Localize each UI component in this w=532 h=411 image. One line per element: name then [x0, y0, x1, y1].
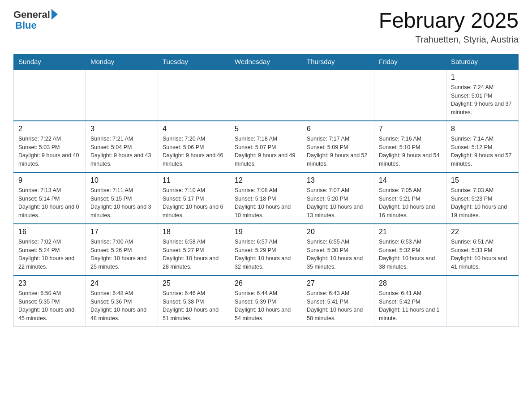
day-number: 1: [451, 73, 514, 81]
calendar-week-row: 1Sunrise: 7:24 AMSunset: 5:01 PMDaylight…: [14, 69, 519, 121]
weekday-header-monday: Monday: [86, 54, 158, 69]
weekday-header-saturday: Saturday: [446, 54, 519, 69]
day-info: Sunrise: 7:00 AMSunset: 5:26 PMDaylight:…: [90, 238, 153, 271]
day-number: 2: [18, 125, 81, 133]
day-number: 28: [379, 279, 442, 287]
calendar-cell: 27Sunrise: 6:43 AMSunset: 5:41 PMDayligh…: [302, 275, 374, 327]
calendar-cell: 25Sunrise: 6:46 AMSunset: 5:38 PMDayligh…: [158, 275, 230, 327]
calendar-cell: [446, 275, 519, 327]
calendar-cell: 1Sunrise: 7:24 AMSunset: 5:01 PMDaylight…: [446, 69, 519, 121]
calendar-week-row: 23Sunrise: 6:50 AMSunset: 5:35 PMDayligh…: [14, 275, 519, 327]
day-info: Sunrise: 7:03 AMSunset: 5:23 PMDaylight:…: [451, 186, 514, 220]
day-info: Sunrise: 7:16 AMSunset: 5:10 PMDaylight:…: [379, 135, 442, 168]
calendar-cell: [230, 69, 302, 121]
calendar-cell: 14Sunrise: 7:05 AMSunset: 5:21 PMDayligh…: [374, 172, 446, 224]
calendar-cell: 13Sunrise: 7:07 AMSunset: 5:20 PMDayligh…: [302, 172, 374, 224]
calendar-week-row: 9Sunrise: 7:13 AMSunset: 5:14 PMDaylight…: [14, 172, 519, 224]
calendar-cell: 28Sunrise: 6:41 AMSunset: 5:42 PMDayligh…: [374, 275, 446, 327]
calendar-cell: 2Sunrise: 7:22 AMSunset: 5:03 PMDaylight…: [14, 121, 86, 172]
day-info: Sunrise: 7:13 AMSunset: 5:14 PMDaylight:…: [18, 186, 81, 220]
day-info: Sunrise: 7:05 AMSunset: 5:21 PMDaylight:…: [379, 186, 442, 220]
day-info: Sunrise: 7:18 AMSunset: 5:07 PMDaylight:…: [235, 135, 297, 168]
calendar-cell: 4Sunrise: 7:20 AMSunset: 5:06 PMDaylight…: [158, 121, 230, 172]
day-info: Sunrise: 6:44 AMSunset: 5:39 PMDaylight:…: [235, 289, 297, 323]
calendar-cell: 5Sunrise: 7:18 AMSunset: 5:07 PMDaylight…: [230, 121, 302, 172]
calendar-table: SundayMondayTuesdayWednesdayThursdayFrid…: [13, 54, 519, 327]
logo: General Blue: [13, 9, 58, 31]
calendar-cell: 18Sunrise: 6:58 AMSunset: 5:27 PMDayligh…: [158, 224, 230, 275]
calendar-cell: 7Sunrise: 7:16 AMSunset: 5:10 PMDaylight…: [374, 121, 446, 172]
calendar-cell: 19Sunrise: 6:57 AMSunset: 5:29 PMDayligh…: [230, 224, 302, 275]
day-number: 8: [451, 125, 514, 133]
month-year-title: February 2025: [379, 9, 519, 33]
day-info: Sunrise: 7:08 AMSunset: 5:18 PMDaylight:…: [235, 186, 297, 220]
calendar-cell: 8Sunrise: 7:14 AMSunset: 5:12 PMDaylight…: [446, 121, 519, 172]
day-number: 18: [163, 228, 225, 236]
calendar-cell: 22Sunrise: 6:51 AMSunset: 5:33 PMDayligh…: [446, 224, 519, 275]
calendar-cell: 24Sunrise: 6:48 AMSunset: 5:36 PMDayligh…: [86, 275, 158, 327]
day-info: Sunrise: 7:21 AMSunset: 5:04 PMDaylight:…: [90, 135, 153, 168]
weekday-header-tuesday: Tuesday: [158, 54, 230, 69]
weekday-header-friday: Friday: [374, 54, 446, 69]
day-info: Sunrise: 6:48 AMSunset: 5:36 PMDaylight:…: [90, 289, 153, 323]
weekday-header-row: SundayMondayTuesdayWednesdayThursdayFrid…: [14, 54, 519, 69]
day-info: Sunrise: 7:22 AMSunset: 5:03 PMDaylight:…: [18, 135, 81, 168]
day-info: Sunrise: 6:41 AMSunset: 5:42 PMDaylight:…: [379, 289, 442, 323]
calendar-cell: 16Sunrise: 7:02 AMSunset: 5:24 PMDayligh…: [14, 224, 86, 275]
day-info: Sunrise: 7:20 AMSunset: 5:06 PMDaylight:…: [163, 135, 225, 168]
calendar-cell: 15Sunrise: 7:03 AMSunset: 5:23 PMDayligh…: [446, 172, 519, 224]
day-info: Sunrise: 7:10 AMSunset: 5:17 PMDaylight:…: [163, 186, 225, 220]
logo-arrow-icon: [51, 9, 58, 20]
day-number: 26: [235, 279, 297, 287]
day-info: Sunrise: 6:53 AMSunset: 5:32 PMDaylight:…: [379, 238, 442, 271]
day-number: 6: [307, 125, 369, 133]
calendar-cell: 3Sunrise: 7:21 AMSunset: 5:04 PMDaylight…: [86, 121, 158, 172]
day-info: Sunrise: 7:17 AMSunset: 5:09 PMDaylight:…: [307, 135, 369, 168]
calendar-cell: [374, 69, 446, 121]
day-info: Sunrise: 6:58 AMSunset: 5:27 PMDaylight:…: [163, 238, 225, 271]
title-section: February 2025 Trahuetten, Styria, Austri…: [379, 9, 519, 45]
day-info: Sunrise: 7:24 AMSunset: 5:01 PMDaylight:…: [451, 83, 514, 117]
day-number: 7: [379, 125, 442, 133]
logo-blue-text: Blue: [13, 20, 37, 31]
day-info: Sunrise: 6:51 AMSunset: 5:33 PMDaylight:…: [451, 238, 514, 271]
calendar-cell: [302, 69, 374, 121]
calendar-cell: 17Sunrise: 7:00 AMSunset: 5:26 PMDayligh…: [86, 224, 158, 275]
day-info: Sunrise: 7:11 AMSunset: 5:15 PMDaylight:…: [90, 186, 153, 220]
calendar-cell: 20Sunrise: 6:55 AMSunset: 5:30 PMDayligh…: [302, 224, 374, 275]
weekday-header-wednesday: Wednesday: [230, 54, 302, 69]
calendar-cell: [14, 69, 86, 121]
day-number: 15: [451, 176, 514, 184]
day-number: 12: [235, 176, 297, 184]
day-number: 27: [307, 279, 369, 287]
day-info: Sunrise: 7:14 AMSunset: 5:12 PMDaylight:…: [451, 135, 514, 168]
day-number: 24: [90, 279, 153, 287]
day-number: 11: [163, 176, 225, 184]
calendar-cell: 11Sunrise: 7:10 AMSunset: 5:17 PMDayligh…: [158, 172, 230, 224]
weekday-header-thursday: Thursday: [302, 54, 374, 69]
day-number: 23: [18, 279, 81, 287]
day-number: 3: [90, 125, 153, 133]
day-number: 5: [235, 125, 297, 133]
day-number: 4: [163, 125, 225, 133]
calendar-cell: [86, 69, 158, 121]
day-number: 20: [307, 228, 369, 236]
weekday-header-sunday: Sunday: [14, 54, 86, 69]
day-number: 13: [307, 176, 369, 184]
calendar-cell: 21Sunrise: 6:53 AMSunset: 5:32 PMDayligh…: [374, 224, 446, 275]
calendar-cell: [158, 69, 230, 121]
day-info: Sunrise: 6:55 AMSunset: 5:30 PMDaylight:…: [307, 238, 369, 271]
day-number: 17: [90, 228, 153, 236]
day-number: 22: [451, 228, 514, 236]
calendar-cell: 6Sunrise: 7:17 AMSunset: 5:09 PMDaylight…: [302, 121, 374, 172]
day-number: 25: [163, 279, 225, 287]
day-number: 10: [90, 176, 153, 184]
page-header: General Blue February 2025 Trahuetten, S…: [13, 9, 519, 45]
day-number: 19: [235, 228, 297, 236]
calendar-cell: 23Sunrise: 6:50 AMSunset: 5:35 PMDayligh…: [14, 275, 86, 327]
day-info: Sunrise: 6:50 AMSunset: 5:35 PMDaylight:…: [18, 289, 81, 323]
day-info: Sunrise: 6:43 AMSunset: 5:41 PMDaylight:…: [307, 289, 369, 323]
calendar-week-row: 2Sunrise: 7:22 AMSunset: 5:03 PMDaylight…: [14, 121, 519, 172]
calendar-cell: 26Sunrise: 6:44 AMSunset: 5:39 PMDayligh…: [230, 275, 302, 327]
calendar-cell: 9Sunrise: 7:13 AMSunset: 5:14 PMDaylight…: [14, 172, 86, 224]
